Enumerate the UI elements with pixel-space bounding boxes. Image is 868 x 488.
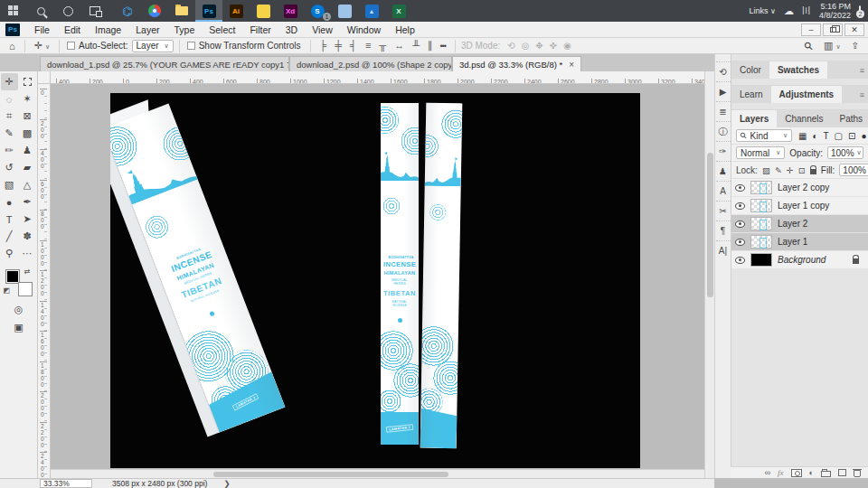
menu-type[interactable]: Type [166, 23, 202, 37]
status-chevron-icon[interactable]: ❯ [223, 479, 230, 488]
action-center-button[interactable]: 2 [859, 6, 861, 15]
gradient-tool[interactable]: ▧ [1, 176, 18, 193]
taskbar-illustrator[interactable]: Ai [222, 0, 250, 22]
filter-shape-layers-icon[interactable]: ▢ [835, 131, 843, 141]
vertical-scrollbar[interactable] [704, 71, 714, 478]
lock-artboard-icon[interactable]: ⊡ [798, 165, 806, 175]
blur-sharpen-tool[interactable]: △ [19, 176, 36, 193]
filter-toggle-icon[interactable]: ● [861, 131, 866, 141]
visibility-eye-icon[interactable] [735, 257, 745, 264]
menu-view[interactable]: View [305, 23, 340, 37]
start-button[interactable] [0, 0, 27, 22]
tab-download-1[interactable]: download_1.psd @ 25.7% (YOUR GAMES ARE r… [40, 56, 289, 71]
taskbar-clock[interactable]: 5:16 PM 4/8/2022 [819, 2, 851, 20]
taskbar-photoshop[interactable]: Ps [195, 0, 222, 22]
move-tool[interactable]: ✛ [1, 73, 18, 90]
roll-3d-icon[interactable]: ◎ [522, 41, 530, 51]
align-top-edges-icon[interactable]: ≡ [365, 40, 371, 52]
horizontal-scrollbar[interactable] [51, 469, 704, 478]
eyedropper-tool[interactable]: ✎ [1, 125, 18, 142]
magic-wand-tool[interactable]: ✶ [19, 90, 36, 108]
eraser-tool[interactable]: ▰ [19, 159, 36, 176]
tab-learn[interactable]: Learn [731, 86, 771, 103]
taskbar-excel[interactable]: X [385, 0, 412, 22]
document-info[interactable]: 3508 px x 2480 px (300 ppi) [112, 479, 207, 488]
zoom-level-field[interactable]: 33.33% [40, 479, 92, 488]
edit-toolbar-button[interactable]: ⋯ [19, 245, 36, 262]
move-tool-icon[interactable]: ✛ ∨ [31, 40, 53, 52]
adjustment-layer-icon[interactable]: ◐ [809, 468, 814, 477]
tab-paths[interactable]: Paths [832, 110, 868, 127]
show-transform-checkbox[interactable] [187, 42, 195, 50]
lock-all-icon[interactable] [810, 169, 816, 174]
layer-thumbnail[interactable] [750, 217, 772, 230]
character-styles-icon[interactable]: A| [716, 240, 731, 260]
orbit-3d-icon[interactable]: ⟲ [507, 41, 514, 51]
paragraph-panel-icon[interactable]: ¶ [716, 221, 731, 240]
link-layers-icon[interactable]: ∞ [765, 468, 770, 477]
new-layer-icon[interactable] [838, 469, 846, 476]
horizontal-ruler[interactable]: 4002000200400600800100012001400160018002… [51, 71, 714, 84]
layer-row[interactable]: Layer 2 [731, 215, 868, 233]
blend-mode-dropdown[interactable]: Normal∨ [736, 146, 785, 159]
path-selection-tool[interactable]: ➤ [19, 211, 36, 228]
tab-download-2[interactable]: download_2.psd @ 100% (Shape 2 copy 5, R… [289, 56, 452, 71]
visibility-eye-icon[interactable] [735, 221, 745, 228]
taskbar-photos[interactable]: ▲ [358, 0, 385, 22]
opacity-dropdown[interactable]: 100%∨ [827, 146, 863, 159]
search-button[interactable] [27, 0, 54, 22]
links-toolbar[interactable]: Links ∨ [750, 6, 776, 15]
minimize-button[interactable]: – [801, 23, 821, 36]
visibility-eye-icon[interactable] [735, 202, 745, 210]
close-tab-icon[interactable]: × [569, 60, 574, 70]
zoom-tool[interactable]: ⚲ [1, 245, 18, 262]
tab-swatches[interactable]: Swatches [769, 61, 827, 79]
search-icon[interactable]: ⚲ [802, 38, 816, 52]
background-color-swatch[interactable] [18, 282, 33, 296]
close-button[interactable]: ✕ [844, 23, 864, 36]
ruler-origin[interactable] [38, 71, 51, 84]
tool-presets-icon[interactable]: ✑ [716, 141, 731, 161]
menu-window[interactable]: Window [340, 23, 388, 37]
default-colors-icon[interactable]: ◩ [4, 286, 11, 295]
filter-type-layers-icon[interactable]: T [824, 131, 829, 141]
camera-3d-icon[interactable]: ◉ [563, 41, 571, 51]
pan-3d-icon[interactable]: ✥ [535, 41, 542, 51]
canvas-viewport[interactable]: BODHISATTVA INCENSE HIMALAYAN MEDICAL HE… [51, 84, 704, 469]
layer-row[interactable]: Layer 1 copy [731, 197, 868, 215]
menu-3d[interactable]: 3D [278, 23, 305, 37]
layer-thumbnail[interactable] [750, 253, 772, 267]
distribute-bottom-icon[interactable]: ╨ [412, 40, 420, 52]
layer-filter-kind-dropdown[interactable]: ⚲ Kind ∨ [736, 129, 792, 142]
auto-select-target-dropdown[interactable]: Layer∨ [132, 40, 174, 52]
vertical-ruler[interactable]: 0200400600800100012001400160018002000220… [38, 84, 51, 478]
clone-source-icon[interactable]: ♟ [716, 161, 731, 181]
menu-edit[interactable]: Edit [57, 23, 88, 37]
distribute-top-icon[interactable]: ╥ [379, 40, 386, 52]
more-options-button[interactable]: ••• [436, 42, 448, 51]
auto-select-checkbox[interactable] [67, 42, 75, 50]
frame-tool[interactable]: ⊠ [19, 108, 36, 125]
taskbar-vscode[interactable]: ⌬ [114, 0, 141, 22]
menu-select[interactable]: Select [202, 23, 242, 37]
tab-3d-psd[interactable]: 3d.psd @ 33.3% (RGB/8) * × [452, 56, 581, 71]
onedrive-icon[interactable]: ☁ [784, 5, 794, 17]
layer-row[interactable]: Layer 2 copy [731, 179, 868, 197]
photoshop-logo[interactable]: Ps [5, 23, 20, 36]
filter-adjustment-layers-icon[interactable]: ◐ [812, 131, 817, 141]
home-icon[interactable]: ⌂ [5, 41, 19, 52]
pen-tool[interactable]: ✒ [19, 193, 36, 211]
tab-layers[interactable]: Layers [731, 110, 777, 127]
quick-mask-button[interactable]: ◎ [14, 304, 24, 315]
info-icon[interactable]: ⓘ [716, 121, 731, 141]
tools-panel-icon[interactable]: ✂ [716, 201, 731, 221]
taskbar-skype[interactable]: S1 [304, 0, 331, 22]
taskbar-sticky-notes[interactable] [250, 0, 277, 22]
vertical-scrollbar-thumb[interactable] [707, 153, 713, 297]
marquee-tool[interactable] [24, 78, 32, 86]
crop-tool[interactable]: ⌗ [1, 108, 18, 125]
visibility-eye-icon[interactable] [735, 184, 745, 192]
history-brush-tool[interactable]: ↺ [1, 159, 18, 176]
dodge-tool[interactable]: ● [1, 193, 18, 211]
menu-filter[interactable]: Filter [242, 23, 278, 37]
